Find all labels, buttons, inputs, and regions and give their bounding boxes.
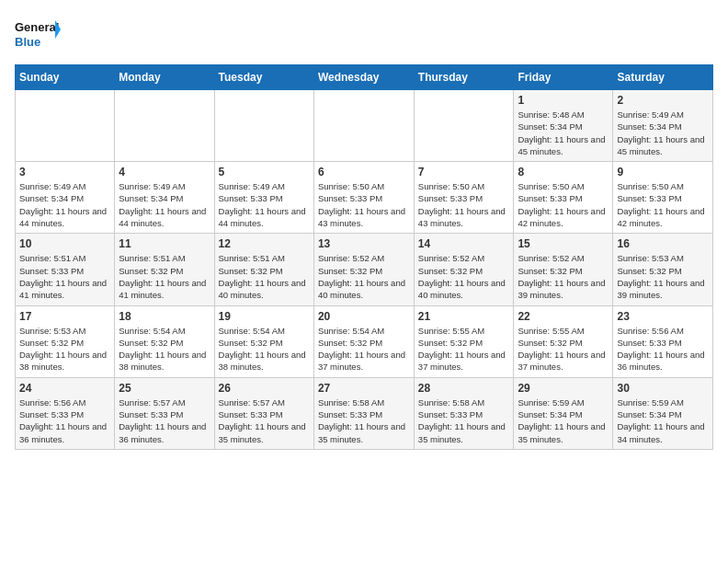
day-number: 25	[119, 382, 210, 395]
day-cell-18: 18Sunrise: 5:54 AM Sunset: 5:32 PM Dayli…	[115, 305, 214, 377]
header-saturday: Saturday	[613, 65, 713, 90]
day-number: 14	[418, 237, 510, 250]
day-number: 6	[318, 166, 410, 178]
day-info: Sunrise: 5:51 AM Sunset: 5:32 PM Dayligh…	[119, 252, 210, 301]
day-cell-23: 23Sunrise: 5:56 AM Sunset: 5:33 PM Dayli…	[613, 305, 713, 377]
day-info: Sunrise: 5:55 AM Sunset: 5:32 PM Dayligh…	[418, 325, 510, 373]
day-info: Sunrise: 5:56 AM Sunset: 5:33 PM Dayligh…	[19, 396, 110, 445]
day-info: Sunrise: 5:54 AM Sunset: 5:32 PM Dayligh…	[119, 325, 210, 373]
week-row-4: 17Sunrise: 5:53 AM Sunset: 5:32 PM Dayli…	[16, 305, 713, 377]
day-info: Sunrise: 5:53 AM Sunset: 5:32 PM Dayligh…	[617, 252, 709, 301]
svg-text:Blue: Blue	[15, 35, 40, 49]
day-info: Sunrise: 5:54 AM Sunset: 5:32 PM Dayligh…	[219, 325, 310, 373]
day-cell-21: 21Sunrise: 5:55 AM Sunset: 5:32 PM Dayli…	[414, 305, 514, 377]
day-number: 8	[518, 166, 609, 178]
day-info: Sunrise: 5:52 AM Sunset: 5:32 PM Dayligh…	[318, 252, 410, 301]
day-cell-22: 22Sunrise: 5:55 AM Sunset: 5:32 PM Dayli…	[514, 305, 613, 377]
day-cell-11: 11Sunrise: 5:51 AM Sunset: 5:32 PM Dayli…	[115, 234, 214, 305]
day-info: Sunrise: 5:50 AM Sunset: 5:33 PM Dayligh…	[518, 180, 609, 229]
day-info: Sunrise: 5:54 AM Sunset: 5:32 PM Dayligh…	[318, 325, 410, 373]
day-number: 22	[518, 310, 609, 323]
week-row-3: 10Sunrise: 5:51 AM Sunset: 5:33 PM Dayli…	[16, 234, 713, 305]
day-info: Sunrise: 5:51 AM Sunset: 5:32 PM Dayligh…	[219, 252, 310, 301]
day-info: Sunrise: 5:59 AM Sunset: 5:34 PM Dayligh…	[617, 396, 709, 445]
day-info: Sunrise: 5:58 AM Sunset: 5:33 PM Dayligh…	[318, 396, 410, 445]
day-number: 26	[219, 382, 310, 395]
week-row-5: 24Sunrise: 5:56 AM Sunset: 5:33 PM Dayli…	[16, 377, 713, 449]
week-row-1: 1Sunrise: 5:48 AM Sunset: 5:34 PM Daylig…	[16, 90, 713, 162]
day-number: 11	[119, 237, 210, 250]
empty-cell	[115, 90, 214, 162]
empty-cell	[214, 90, 313, 162]
day-number: 4	[119, 166, 210, 178]
day-number: 10	[19, 237, 110, 250]
empty-cell	[16, 90, 115, 162]
day-cell-27: 27Sunrise: 5:58 AM Sunset: 5:33 PM Dayli…	[313, 377, 414, 449]
day-cell-10: 10Sunrise: 5:51 AM Sunset: 5:33 PM Dayli…	[16, 234, 115, 305]
day-number: 28	[418, 382, 510, 395]
calendar: SundayMondayTuesdayWednesdayThursdayFrid…	[15, 64, 713, 450]
header-tuesday: Tuesday	[214, 65, 313, 90]
day-info: Sunrise: 5:49 AM Sunset: 5:34 PM Dayligh…	[119, 180, 210, 229]
header-friday: Friday	[514, 65, 613, 90]
header: General Blue	[15, 15, 713, 53]
day-number: 2	[617, 94, 709, 107]
day-info: Sunrise: 5:49 AM Sunset: 5:33 PM Dayligh…	[219, 180, 310, 229]
day-info: Sunrise: 5:53 AM Sunset: 5:32 PM Dayligh…	[19, 325, 110, 373]
day-cell-2: 2Sunrise: 5:49 AM Sunset: 5:34 PM Daylig…	[613, 90, 713, 162]
day-info: Sunrise: 5:52 AM Sunset: 5:32 PM Dayligh…	[418, 252, 510, 301]
day-cell-19: 19Sunrise: 5:54 AM Sunset: 5:32 PM Dayli…	[214, 305, 313, 377]
day-number: 17	[19, 310, 110, 323]
header-wednesday: Wednesday	[313, 65, 414, 90]
day-info: Sunrise: 5:48 AM Sunset: 5:34 PM Dayligh…	[518, 109, 609, 157]
day-info: Sunrise: 5:52 AM Sunset: 5:32 PM Dayligh…	[518, 252, 609, 301]
day-cell-30: 30Sunrise: 5:59 AM Sunset: 5:34 PM Dayli…	[613, 377, 713, 449]
day-cell-29: 29Sunrise: 5:59 AM Sunset: 5:34 PM Dayli…	[514, 377, 613, 449]
day-cell-26: 26Sunrise: 5:57 AM Sunset: 5:33 PM Dayli…	[214, 377, 313, 449]
day-cell-5: 5Sunrise: 5:49 AM Sunset: 5:33 PM Daylig…	[214, 162, 313, 234]
day-number: 5	[219, 166, 310, 178]
day-number: 19	[219, 310, 310, 323]
day-number: 24	[19, 382, 110, 395]
day-number: 12	[219, 237, 310, 250]
day-info: Sunrise: 5:49 AM Sunset: 5:34 PM Dayligh…	[617, 109, 709, 157]
day-cell-15: 15Sunrise: 5:52 AM Sunset: 5:32 PM Dayli…	[514, 234, 613, 305]
day-cell-3: 3Sunrise: 5:49 AM Sunset: 5:34 PM Daylig…	[16, 162, 115, 234]
day-number: 21	[418, 310, 510, 323]
day-number: 29	[518, 382, 609, 395]
day-cell-4: 4Sunrise: 5:49 AM Sunset: 5:34 PM Daylig…	[115, 162, 214, 234]
day-cell-8: 8Sunrise: 5:50 AM Sunset: 5:33 PM Daylig…	[514, 162, 613, 234]
day-number: 16	[617, 237, 709, 250]
day-cell-14: 14Sunrise: 5:52 AM Sunset: 5:32 PM Dayli…	[414, 234, 514, 305]
empty-cell	[313, 90, 414, 162]
logo: General Blue	[15, 15, 61, 53]
svg-text:General: General	[15, 20, 59, 34]
day-cell-12: 12Sunrise: 5:51 AM Sunset: 5:32 PM Dayli…	[214, 234, 313, 305]
day-info: Sunrise: 5:50 AM Sunset: 5:33 PM Dayligh…	[318, 180, 410, 229]
day-number: 1	[518, 94, 609, 107]
header-monday: Monday	[115, 65, 214, 90]
day-cell-1: 1Sunrise: 5:48 AM Sunset: 5:34 PM Daylig…	[514, 90, 613, 162]
logo-svg: General Blue	[15, 15, 61, 53]
day-info: Sunrise: 5:57 AM Sunset: 5:33 PM Dayligh…	[119, 396, 210, 445]
day-cell-9: 9Sunrise: 5:50 AM Sunset: 5:33 PM Daylig…	[613, 162, 713, 234]
day-number: 3	[19, 166, 110, 178]
day-number: 23	[617, 310, 709, 323]
day-number: 13	[318, 237, 410, 250]
empty-cell	[414, 90, 514, 162]
day-info: Sunrise: 5:50 AM Sunset: 5:33 PM Dayligh…	[418, 180, 510, 229]
day-number: 18	[119, 310, 210, 323]
day-info: Sunrise: 5:59 AM Sunset: 5:34 PM Dayligh…	[518, 396, 609, 445]
day-cell-17: 17Sunrise: 5:53 AM Sunset: 5:32 PM Dayli…	[16, 305, 115, 377]
day-number: 27	[318, 382, 410, 395]
day-info: Sunrise: 5:49 AM Sunset: 5:34 PM Dayligh…	[19, 180, 110, 229]
calendar-header-row: SundayMondayTuesdayWednesdayThursdayFrid…	[16, 65, 713, 90]
day-cell-13: 13Sunrise: 5:52 AM Sunset: 5:32 PM Dayli…	[313, 234, 414, 305]
week-row-2: 3Sunrise: 5:49 AM Sunset: 5:34 PM Daylig…	[16, 162, 713, 234]
day-info: Sunrise: 5:51 AM Sunset: 5:33 PM Dayligh…	[19, 252, 110, 301]
header-thursday: Thursday	[414, 65, 514, 90]
day-cell-24: 24Sunrise: 5:56 AM Sunset: 5:33 PM Dayli…	[16, 377, 115, 449]
day-info: Sunrise: 5:56 AM Sunset: 5:33 PM Dayligh…	[617, 325, 709, 373]
day-cell-16: 16Sunrise: 5:53 AM Sunset: 5:32 PM Dayli…	[613, 234, 713, 305]
day-number: 9	[617, 166, 709, 178]
